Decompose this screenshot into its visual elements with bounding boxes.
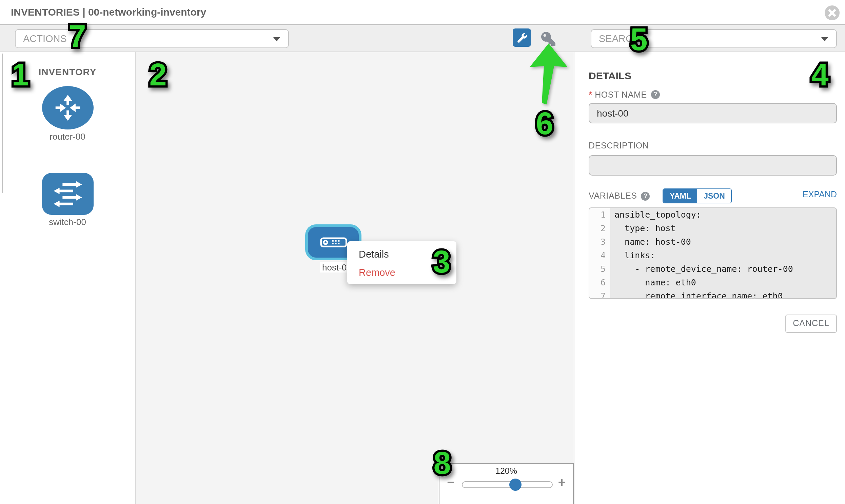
variables-label: VARIABLES bbox=[589, 191, 637, 201]
line-number: 6 bbox=[589, 276, 610, 289]
expand-link[interactable]: EXPAND bbox=[803, 190, 837, 199]
inventory-heading: INVENTORY bbox=[0, 67, 135, 77]
search-dropdown-label: SEARCH bbox=[599, 30, 640, 48]
inventory-toolbox: INVENTORY router-00 bbox=[0, 52, 136, 504]
topology-inventory-screen: INVENTORIES | 00-networking-inventory AC… bbox=[0, 0, 845, 504]
router-arrows-icon bbox=[52, 93, 84, 122]
close-icon[interactable] bbox=[825, 5, 840, 20]
actions-dropdown[interactable]: ACTIONS bbox=[15, 29, 289, 48]
format-toggle: YAML JSON bbox=[663, 188, 732, 203]
line-number: 5 bbox=[589, 262, 610, 276]
required-asterisk: * bbox=[589, 89, 592, 100]
variables-code-editor[interactable]: 1 2 3 4 5 6 7 ansible_topology: type: ho… bbox=[589, 208, 837, 299]
line-number: 7 bbox=[589, 289, 610, 299]
code-line: name: eth0 bbox=[610, 276, 836, 289]
zoom-control: 120% − + bbox=[439, 463, 574, 504]
router-label: router-00 bbox=[0, 131, 135, 142]
zoom-in-button[interactable]: + bbox=[558, 475, 566, 490]
line-number: 1 bbox=[589, 208, 610, 222]
topology-canvas[interactable]: host-00 Details Remove 120% − + bbox=[136, 52, 575, 504]
switch-label: switch-00 bbox=[0, 217, 135, 227]
line-number: 2 bbox=[589, 222, 610, 235]
key-icon bbox=[541, 32, 555, 46]
line-number: 3 bbox=[589, 235, 610, 249]
context-menu-remove[interactable]: Remove bbox=[347, 264, 456, 282]
zoom-slider-thumb[interactable] bbox=[509, 479, 522, 491]
host-name-row: * HOST NAME ? bbox=[589, 89, 660, 100]
code-line: ansible_topology: bbox=[610, 208, 836, 222]
variables-row: VARIABLES ? YAML JSON bbox=[589, 189, 837, 203]
description-input[interactable] bbox=[589, 155, 837, 176]
code-line: type: host bbox=[610, 222, 836, 235]
context-menu: Details Remove bbox=[347, 241, 456, 284]
description-row: DESCRIPTION bbox=[589, 141, 649, 150]
editor-gutter: 1 2 3 4 5 6 7 bbox=[589, 208, 610, 299]
context-menu-details[interactable]: Details bbox=[347, 246, 456, 264]
actions-dropdown-label: ACTIONS bbox=[23, 30, 67, 48]
host-icon bbox=[320, 237, 347, 248]
host-name-input[interactable] bbox=[589, 103, 837, 123]
router-device-icon[interactable] bbox=[42, 86, 93, 129]
code-line: remote_interface_name: eth0 bbox=[610, 289, 836, 299]
cancel-button[interactable]: CANCEL bbox=[785, 314, 837, 333]
header-bar: INVENTORIES | 00-networking-inventory bbox=[0, 0, 845, 25]
description-label: DESCRIPTION bbox=[589, 141, 649, 150]
chevron-down-icon bbox=[821, 37, 828, 41]
code-line: name: host-00 bbox=[610, 235, 836, 249]
wrench-icon bbox=[517, 33, 527, 42]
help-icon[interactable]: ? bbox=[641, 192, 650, 200]
code-line: - remote_device_name: router-00 bbox=[610, 262, 836, 276]
line-number: 4 bbox=[589, 249, 610, 262]
zoom-out-button[interactable]: − bbox=[447, 475, 454, 490]
zoom-slider-track[interactable] bbox=[462, 481, 553, 488]
code-line: links: bbox=[610, 249, 836, 262]
zoom-level-label: 120% bbox=[439, 466, 573, 476]
switch-arrows-icon bbox=[52, 180, 84, 208]
details-heading: DETAILS bbox=[589, 70, 631, 82]
json-toggle-button[interactable]: JSON bbox=[698, 189, 732, 203]
search-dropdown[interactable]: SEARCH bbox=[591, 29, 837, 48]
details-panel: DETAILS * HOST NAME ? DESCRIPTION VARIAB… bbox=[575, 52, 845, 504]
yaml-toggle-button[interactable]: YAML bbox=[664, 189, 698, 203]
page-title: INVENTORIES | 00-networking-inventory bbox=[11, 0, 206, 24]
tools-button[interactable] bbox=[513, 29, 531, 47]
switch-device-icon[interactable] bbox=[42, 173, 93, 215]
chevron-down-icon bbox=[273, 37, 280, 41]
editor-code: ansible_topology: type: host name: host-… bbox=[610, 208, 836, 299]
key-button[interactable] bbox=[539, 30, 558, 48]
help-icon[interactable]: ? bbox=[651, 90, 660, 99]
toolbar: ACTIONS SEARCH bbox=[0, 25, 845, 52]
host-name-label: HOST NAME bbox=[595, 90, 647, 99]
